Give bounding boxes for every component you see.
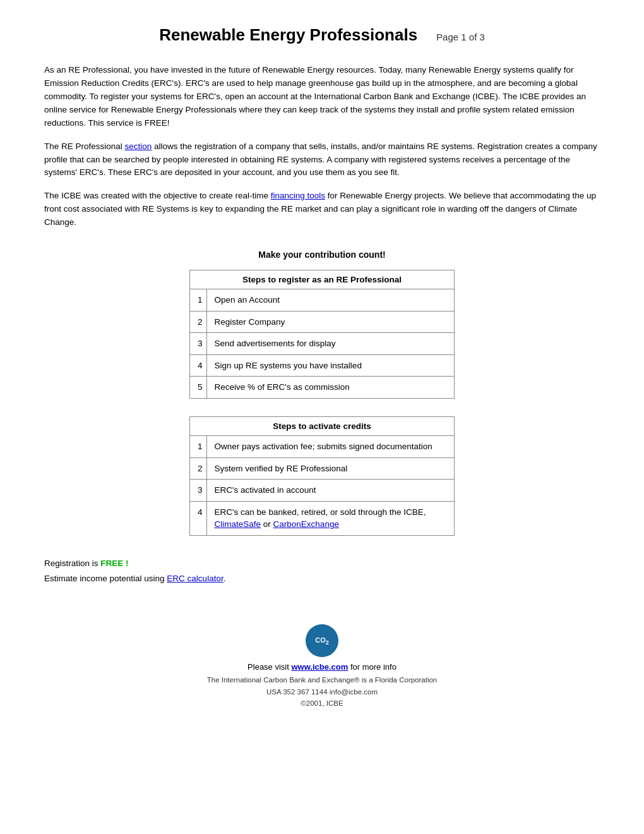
table-row: 5Receive % of ERC's as commission [190,377,455,399]
para3-pre: The ICBE was created with the objective … [44,191,271,200]
table1-header: Steps to register as an RE Professional [190,270,455,289]
table-row: 3ERC's activated in account [190,480,455,502]
make-count-heading: Make your contribution count! [44,250,600,260]
co2-logo: CO2 [306,624,338,657]
step-number: 4 [190,501,207,535]
step-number: 2 [190,311,207,333]
step-text: Sign up RE systems you have installed [206,354,454,377]
erc-calculator-link[interactable]: ERC calculator [167,574,223,583]
intro-paragraph-2: The RE Professional section allows the r… [44,140,600,180]
table-row: 4ERC's can be banked, retired, or sold t… [190,501,455,535]
step-number: 1 [190,435,207,457]
registration-pre: Registration is [44,559,100,568]
contact-line: USA 352 367 1144 info@icbe.com [44,686,600,698]
financing-tools-link[interactable]: financing tools [271,191,325,200]
section-link[interactable]: section [125,142,152,151]
step-text: Owner pays activation fee; submits signe… [206,435,454,457]
climatesafe-link[interactable]: ClimateSafe [215,519,261,529]
step-text: Register Company [206,311,454,333]
page-title: Renewable Energy Professionals [159,25,417,45]
table-row: 1Open an Account [190,289,455,311]
footer-text: Registration is FREE ! Estimate income p… [44,556,600,587]
step-text: ERC's can be banked, retired, or sold th… [206,501,454,535]
page-footer: CO2 Please visit www.icbe.com for more i… [44,624,600,709]
footer-corp-info: The International Carbon Bank and Exchan… [44,674,600,709]
table-row: 1Owner pays activation fee; submits sign… [190,435,455,457]
carbonexchange-link[interactable]: CarbonExchange [273,519,339,529]
table1-section: Steps to register as an RE Professional … [44,270,600,399]
website-link[interactable]: www.icbe.com [291,662,348,672]
register-steps-table: Steps to register as an RE Professional … [189,270,455,399]
table-row: 3Send advertisements for display [190,333,455,355]
intro-paragraph-1: As an RE Professional, you have invested… [44,64,600,130]
step-text: Receive % of ERC's as commission [206,377,454,399]
para2-pre: The RE Professional [44,142,125,151]
intro-paragraph-3: The ICBE was created with the objective … [44,190,600,229]
step-number: 4 [190,354,207,377]
step-number: 1 [190,289,207,311]
table-row: 2Register Company [190,311,455,333]
table2-section: Steps to activate credits 1Owner pays ac… [44,416,600,536]
table2-header: Steps to activate credits [190,416,455,435]
step-text: ERC's activated in account [206,480,454,502]
copyright-line: ©2001, ICBE [44,698,600,709]
page-number: Page 1 of 3 [436,32,485,42]
free-label: FREE ! [100,559,128,568]
step-text: Open an Account [206,289,454,311]
step-number: 3 [190,480,207,502]
corp-line: The International Carbon Bank and Exchan… [44,674,600,686]
registration-line: Registration is FREE ! [44,556,600,571]
step-number: 2 [190,457,207,480]
estimate-pre: Estimate income potential using [44,574,167,583]
estimate-line: Estimate income potential using ERC calc… [44,571,600,586]
visit-post: for more info [348,662,397,672]
table-row: 4Sign up RE systems you have installed [190,354,455,377]
step-number: 3 [190,333,207,355]
table-row: 2System verified by RE Professional [190,457,455,480]
page-header: Renewable Energy Professionals Page 1 of… [44,25,600,45]
estimate-post: . [224,574,226,583]
step-text: Send advertisements for display [206,333,454,355]
visit-pre: Please visit [247,662,291,672]
co2-icon: CO2 [306,624,338,657]
activate-credits-table: Steps to activate credits 1Owner pays ac… [189,416,455,536]
step-text: System verified by RE Professional [206,457,454,480]
step-number: 5 [190,377,207,399]
footer-visit: Please visit www.icbe.com for more info [44,662,600,672]
